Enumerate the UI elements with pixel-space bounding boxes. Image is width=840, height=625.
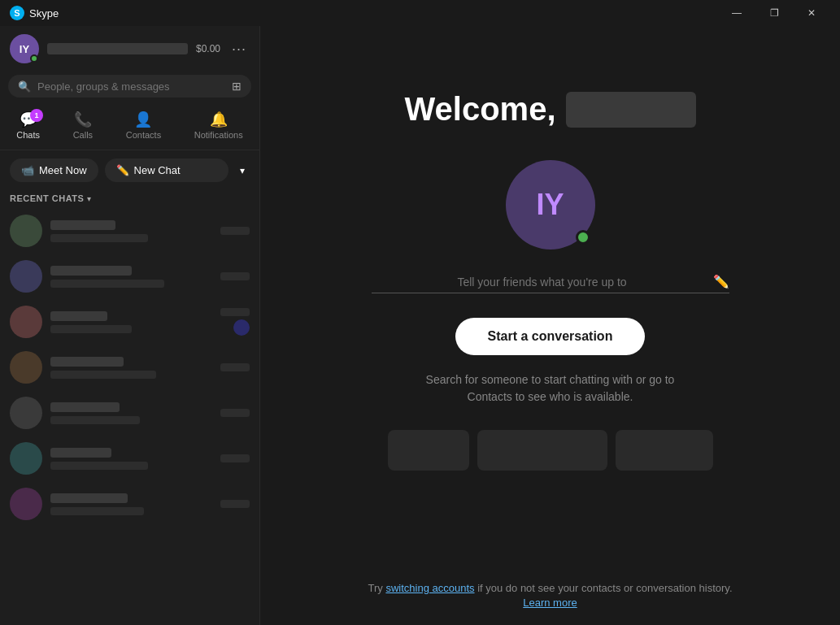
- bottom-hint-prefix: Try: [368, 582, 385, 594]
- meet-now-button[interactable]: 📹 Meet Now: [10, 158, 98, 182]
- chat-time-blurred: [220, 454, 250, 462]
- chevron-down-icon: ▾: [87, 194, 91, 203]
- chat-avatar: [10, 488, 42, 520]
- notifications-label: Notifications: [194, 130, 243, 140]
- edit-icon: ✏️: [116, 164, 129, 176]
- restore-button[interactable]: ❐: [755, 0, 793, 26]
- learn-more-link[interactable]: Learn more: [260, 597, 840, 609]
- profile-credit: $0.00: [196, 43, 220, 54]
- chat-time-blurred: [220, 272, 250, 280]
- calls-label: Calls: [73, 130, 93, 140]
- tab-calls[interactable]: 📞 Calls: [65, 107, 101, 143]
- main-content: Welcome, IY ✏️ Start a conversation Sear…: [260, 26, 840, 625]
- video-icon: 📹: [21, 164, 34, 176]
- chat-info: [50, 402, 212, 424]
- chat-avatar: [10, 260, 42, 293]
- list-item[interactable]: [0, 481, 259, 527]
- search-hint-text: Search for someone to start chatting wit…: [404, 371, 697, 406]
- preview-image-1: [388, 430, 469, 471]
- chats-label: Chats: [16, 130, 40, 140]
- chat-message-blurred: [50, 507, 144, 515]
- chat-info: [50, 357, 212, 379]
- chat-info: [50, 448, 212, 470]
- chat-info: [50, 220, 212, 242]
- chat-name-blurred: [50, 311, 107, 321]
- chat-list: [0, 208, 259, 625]
- list-item[interactable]: [0, 208, 259, 254]
- list-item[interactable]: [0, 254, 259, 299]
- chat-name-blurred: [50, 266, 132, 276]
- close-button[interactable]: ✕: [793, 0, 830, 26]
- preview-image-3: [616, 430, 713, 471]
- chat-time-blurred: [220, 409, 250, 417]
- welcome-heading: Welcome,: [405, 91, 696, 128]
- chat-info: [50, 266, 212, 288]
- edit-status-icon[interactable]: ✏️: [713, 274, 729, 289]
- profile-name-blurred: [47, 43, 188, 54]
- chat-name-blurred: [50, 448, 111, 458]
- chat-message-blurred: [50, 462, 148, 470]
- chat-name-blurred: [50, 220, 115, 230]
- chat-meta: [220, 454, 250, 462]
- chat-meta: [220, 272, 250, 280]
- tab-chats[interactable]: 💬 Chats 1: [8, 107, 48, 143]
- calls-icon: 📞: [74, 111, 92, 128]
- app-title: Skype: [29, 7, 59, 20]
- app-logo: S Skype: [10, 6, 59, 20]
- minimize-button[interactable]: —: [718, 0, 755, 26]
- chat-avatar: [10, 215, 42, 247]
- new-chat-button[interactable]: ✏️ New Chat: [105, 158, 228, 182]
- recent-chats-label: RECENT CHATS: [10, 193, 84, 203]
- user-name-blurred: [566, 92, 696, 128]
- search-bar[interactable]: 🔍 ⊞: [8, 75, 251, 98]
- search-input[interactable]: [37, 80, 225, 93]
- grid-view-button[interactable]: ⊞: [232, 80, 242, 93]
- notifications-icon: 🔔: [210, 111, 228, 128]
- chat-avatar: [10, 306, 42, 338]
- chat-time-blurred: [220, 500, 250, 508]
- new-chat-dropdown-button[interactable]: ▾: [235, 158, 250, 182]
- titlebar: S Skype — ❐ ✕: [0, 0, 840, 26]
- chat-meta: [220, 363, 250, 371]
- list-item[interactable]: [0, 436, 259, 481]
- avatar[interactable]: IY: [10, 34, 39, 63]
- list-item[interactable]: [0, 390, 259, 436]
- chat-message-blurred: [50, 234, 148, 242]
- chat-time-blurred: [220, 227, 250, 235]
- window-controls: — ❐ ✕: [718, 0, 830, 26]
- chat-time-blurred: [220, 363, 250, 371]
- chat-name-blurred: [50, 493, 128, 503]
- bottom-hint-suffix: if you do not see your contacts or conve…: [475, 582, 733, 594]
- chat-name-blurred: [50, 357, 124, 367]
- chat-message-blurred: [50, 416, 140, 424]
- online-status-dot-large: [576, 230, 590, 245]
- app-body: IY $0.00 ··· 🔍 ⊞ 💬 Chats 1 📞 Calls: [0, 26, 840, 625]
- tab-contacts[interactable]: 👤 Contacts: [118, 107, 169, 143]
- preview-images-row: [388, 430, 713, 471]
- search-icon: 🔍: [18, 80, 31, 93]
- action-buttons: 📹 Meet Now ✏️ New Chat ▾: [0, 150, 259, 190]
- chat-avatar: [10, 351, 42, 384]
- contacts-label: Contacts: [126, 130, 161, 140]
- switching-accounts-link[interactable]: switching accounts: [385, 582, 474, 594]
- profile-row: IY $0.00 ···: [0, 26, 259, 72]
- tab-notifications[interactable]: 🔔 Notifications: [186, 107, 251, 143]
- unread-badge: [233, 319, 250, 336]
- chat-message-blurred: [50, 280, 164, 288]
- chat-meta: [220, 500, 250, 508]
- preview-image-2: [477, 430, 607, 471]
- chat-avatar: [10, 397, 42, 429]
- chat-message-blurred: [50, 371, 156, 379]
- user-avatar-container: IY: [506, 160, 595, 250]
- nav-tabs: 💬 Chats 1 📞 Calls 👤 Contacts 🔔 Notificat…: [0, 104, 259, 150]
- status-input[interactable]: [372, 276, 713, 289]
- more-options-button[interactable]: ···: [228, 39, 250, 59]
- contacts-icon: 👤: [134, 111, 152, 128]
- welcome-text: Welcome,: [405, 91, 556, 128]
- recent-chats-header[interactable]: RECENT CHATS ▾: [0, 190, 259, 208]
- list-item[interactable]: [0, 345, 259, 390]
- status-input-row[interactable]: ✏️: [372, 274, 729, 293]
- start-conversation-button[interactable]: Start a conversation: [455, 318, 646, 355]
- list-item[interactable]: [0, 299, 259, 345]
- chat-info: [50, 311, 212, 333]
